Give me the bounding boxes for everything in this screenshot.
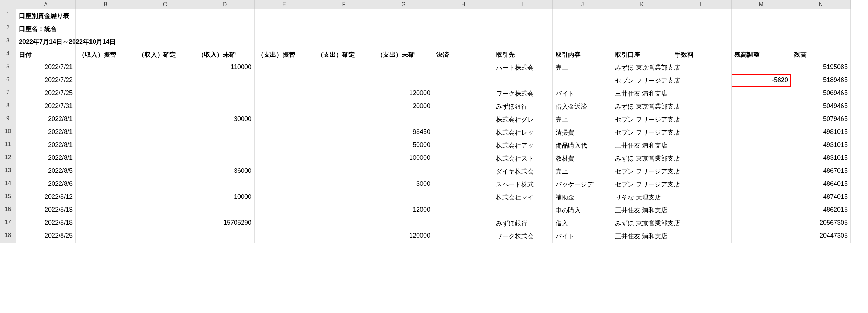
cell-M17[interactable]: [732, 217, 791, 230]
cell-N16[interactable]: 4862015: [791, 204, 851, 217]
cell-A10[interactable]: 2022/8/1: [16, 126, 76, 139]
row-header-8[interactable]: 8: [0, 100, 16, 113]
header-D[interactable]: （収入）未確: [195, 48, 255, 61]
header-A[interactable]: 日付: [16, 48, 76, 61]
cell-F16[interactable]: [314, 204, 374, 217]
cell-N2[interactable]: [791, 22, 851, 35]
cell-D13[interactable]: 36000: [195, 165, 255, 178]
cell-B18[interactable]: [76, 230, 135, 243]
cell-L18[interactable]: [672, 230, 732, 243]
cell-G8[interactable]: 20000: [374, 100, 433, 113]
cell-D7[interactable]: [195, 87, 255, 100]
col-header-E[interactable]: E: [255, 0, 314, 9]
cell-A16[interactable]: 2022/8/13: [16, 204, 76, 217]
row-header-16[interactable]: 16: [0, 204, 16, 217]
cell-E18[interactable]: [255, 230, 314, 243]
col-header-H[interactable]: H: [433, 0, 493, 9]
cell-G5[interactable]: [374, 61, 433, 74]
header-F[interactable]: （支出）確定: [314, 48, 374, 61]
cell-L17[interactable]: [672, 217, 732, 230]
cell-K5[interactable]: みずほ 東京営業部支店: [612, 61, 672, 74]
cell-K12[interactable]: みずほ 東京営業部支店: [612, 152, 672, 165]
cell-F2[interactable]: [314, 22, 374, 35]
cell-B15[interactable]: [76, 191, 135, 204]
cell-L12[interactable]: [672, 152, 732, 165]
cell-F11[interactable]: [314, 139, 374, 152]
cell-B14[interactable]: [76, 178, 135, 191]
cell-E12[interactable]: [255, 152, 314, 165]
cell-G7[interactable]: 120000: [374, 87, 433, 100]
cell-D14[interactable]: [195, 178, 255, 191]
cell-D9[interactable]: 30000: [195, 113, 255, 126]
header-E[interactable]: （支出）振替: [255, 48, 314, 61]
cell-E14[interactable]: [255, 178, 314, 191]
cell-J17[interactable]: 借入: [553, 217, 612, 230]
cell-E15[interactable]: [255, 191, 314, 204]
cell-B1[interactable]: [76, 9, 135, 22]
cell-A5[interactable]: 2022/7/21: [16, 61, 76, 74]
cell-E2[interactable]: [255, 22, 314, 35]
cell-J14[interactable]: パッケージデ: [553, 178, 612, 191]
header-B[interactable]: （収入）振替: [76, 48, 135, 61]
cell-B17[interactable]: [76, 217, 135, 230]
cell-G9[interactable]: [374, 113, 433, 126]
cell-K7[interactable]: 三井住友 浦和支店: [612, 87, 672, 100]
cell-A11[interactable]: 2022/8/1: [16, 139, 76, 152]
cell-D11[interactable]: [195, 139, 255, 152]
cell-N14[interactable]: 4864015: [791, 178, 851, 191]
cell-D3[interactable]: [195, 35, 255, 48]
cell-I14[interactable]: スペード株式: [493, 178, 553, 191]
cell-M2[interactable]: [732, 22, 791, 35]
col-header-B[interactable]: B: [76, 0, 135, 9]
cell-I2[interactable]: [493, 22, 553, 35]
cell-H5[interactable]: [433, 61, 493, 74]
cell-H16[interactable]: [433, 204, 493, 217]
cell-G14[interactable]: 3000: [374, 178, 433, 191]
cell-J9[interactable]: 売上: [553, 113, 612, 126]
cell-N17[interactable]: 20567305: [791, 217, 851, 230]
cell-E10[interactable]: [255, 126, 314, 139]
col-header-D[interactable]: D: [195, 0, 255, 9]
cell-J15[interactable]: 補助金: [553, 191, 612, 204]
col-header-C[interactable]: C: [135, 0, 195, 9]
cell-F18[interactable]: [314, 230, 374, 243]
cell-C1[interactable]: [135, 9, 195, 22]
cell-M1[interactable]: [732, 9, 791, 22]
col-header-N[interactable]: N: [791, 0, 851, 9]
select-all-corner[interactable]: [0, 0, 16, 9]
row-header-10[interactable]: 10: [0, 126, 16, 139]
cell-M18[interactable]: [732, 230, 791, 243]
col-header-M[interactable]: M: [732, 0, 791, 9]
cell-I16[interactable]: [493, 204, 553, 217]
cell-N18[interactable]: 20447305: [791, 230, 851, 243]
cell-B5[interactable]: [76, 61, 135, 74]
cell-N8[interactable]: 5049465: [791, 100, 851, 113]
cell-B2[interactable]: [76, 22, 135, 35]
row-header-4[interactable]: 4: [0, 48, 16, 61]
cell-F1[interactable]: [314, 9, 374, 22]
period-cell[interactable]: 2022年7月14日～2022年10月14日: [16, 35, 76, 48]
cell-D1[interactable]: [195, 9, 255, 22]
cell-H7[interactable]: [433, 87, 493, 100]
cell-D18[interactable]: [195, 230, 255, 243]
cell-A14[interactable]: 2022/8/6: [16, 178, 76, 191]
row-header-6[interactable]: 6: [0, 74, 16, 87]
cell-D5[interactable]: 110000: [195, 61, 255, 74]
cell-L16[interactable]: [672, 204, 732, 217]
cell-C7[interactable]: [135, 87, 195, 100]
cell-F10[interactable]: [314, 126, 374, 139]
cell-K18[interactable]: 三井住友 浦和支店: [612, 230, 672, 243]
cell-M15[interactable]: [732, 191, 791, 204]
cell-H2[interactable]: [433, 22, 493, 35]
cell-D8[interactable]: [195, 100, 255, 113]
cell-N12[interactable]: 4831015: [791, 152, 851, 165]
cell-J7[interactable]: バイト: [553, 87, 612, 100]
cell-M9[interactable]: [732, 113, 791, 126]
row-header-11[interactable]: 11: [0, 139, 16, 152]
cell-J1[interactable]: [553, 9, 612, 22]
cell-K9[interactable]: セブン フリージア支店: [612, 113, 672, 126]
cell-K16[interactable]: 三井住友 浦和支店: [612, 204, 672, 217]
cell-B8[interactable]: [76, 100, 135, 113]
cell-I6[interactable]: [493, 74, 553, 87]
header-H[interactable]: 決済: [433, 48, 493, 61]
